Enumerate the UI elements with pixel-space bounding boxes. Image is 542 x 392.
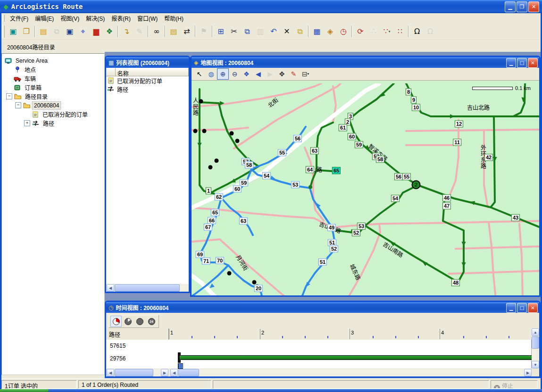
list-item-路径[interactable]: 路径 <box>106 85 189 93</box>
route-name-label[interactable]: 57615 <box>110 343 125 349</box>
new-folder-button[interactable]: ▤ <box>37 24 50 39</box>
globe-tool[interactable]: ◍ <box>205 68 217 80</box>
stop-marker[interactable]: 56 <box>394 173 403 180</box>
locations-button[interactable]: ⌖ <box>76 24 90 39</box>
tree-item-车辆[interactable]: 车辆 <box>2 74 104 83</box>
stop-marker[interactable]: 52 <box>352 229 360 237</box>
stop-marker[interactable]: 47 <box>442 203 451 210</box>
time-view-titlebar[interactable]: ◷ 时间视图 : 20060804 ▁ □ ✕ <box>106 302 539 313</box>
stop-marker[interactable]: 53 <box>357 223 366 230</box>
unlock-button[interactable]: Ω <box>424 24 437 39</box>
stop-marker[interactable]: 20 <box>254 285 263 292</box>
find-button[interactable]: ∞ <box>150 24 163 39</box>
time-routes-column-header[interactable]: 路径 <box>106 328 169 340</box>
table-view-button[interactable]: ▦ <box>310 24 324 39</box>
edit-import-button[interactable]: ✎ <box>133 24 146 39</box>
order-dot[interactable] <box>252 280 257 285</box>
print-tool[interactable]: ⊟▾ <box>300 68 311 80</box>
route-vehicle-marker[interactable]: 2 <box>412 180 421 189</box>
reassign-button[interactable]: ∷ <box>393 24 407 39</box>
menu-h[interactable]: 帮助(H) <box>161 14 187 24</box>
menu-v[interactable]: 视图(V) <box>57 14 83 24</box>
vehicles-button[interactable]: ▆ <box>90 24 103 39</box>
time-minimize-button[interactable]: ▁ <box>506 303 516 313</box>
paste-button[interactable]: ▥ <box>254 24 267 39</box>
pencil-tool[interactable]: ✎ <box>288 68 300 80</box>
flag-button[interactable]: ⚑ <box>197 24 210 39</box>
lock-button[interactable]: Ω <box>410 24 424 39</box>
order-dot[interactable] <box>230 131 234 136</box>
stop-marker[interactable]: 52 <box>330 245 338 253</box>
stop-marker[interactable]: 71 <box>202 258 210 265</box>
close-button[interactable]: ✕ <box>528 1 539 12</box>
zoom-out-tool[interactable]: ⊖ <box>229 68 241 80</box>
time-timeline-scrollbar[interactable]: ◀ ▶ <box>170 369 532 376</box>
stop-marker[interactable]: 67 <box>204 224 212 231</box>
time-window-plain-button[interactable] <box>134 316 145 327</box>
stop-marker[interactable]: 10 <box>412 104 420 111</box>
stop-marker[interactable]: 70 <box>216 257 224 264</box>
stop-marker[interactable]: 60 <box>348 133 356 140</box>
order-box-button[interactable]: ❖ <box>103 24 116 39</box>
time-vertical-scrollbar[interactable]: ▲ ▼ <box>532 328 539 368</box>
tree-item-路径目录[interactable]: −路径目录 <box>2 92 104 101</box>
order-dot[interactable] <box>202 129 207 133</box>
route-network-button[interactable]: ∴ <box>367 24 380 39</box>
order-dot[interactable] <box>227 271 232 276</box>
stop-marker[interactable]: 54 <box>391 195 400 202</box>
cut-button[interactable]: ✂ <box>227 24 241 39</box>
stop-marker[interactable]: 48 <box>451 279 460 286</box>
stop-marker[interactable]: 58 <box>245 162 253 169</box>
time-window-pie-button[interactable] <box>110 316 122 327</box>
stop-marker[interactable]: 63 <box>310 147 319 155</box>
stop-marker[interactable]: 42 <box>484 154 493 161</box>
tree-item-地点[interactable]: 地点 <box>2 65 104 74</box>
next-extent-tool[interactable]: ▶ <box>264 68 276 80</box>
import-orders-button[interactable]: ↴ <box>120 24 133 39</box>
collapse-icon[interactable]: − <box>6 93 12 99</box>
stop-marker[interactable]: 60 <box>233 186 242 193</box>
zoom-selected-tool[interactable]: ❖ <box>241 68 252 80</box>
map-close-button[interactable]: ✕ <box>528 58 538 68</box>
stop-marker[interactable]: 11 <box>453 139 461 146</box>
stop-marker[interactable]: 53 <box>291 181 300 188</box>
tree-item-20060804[interactable]: −20060804 <box>2 101 104 110</box>
stop-marker[interactable]: 55 <box>278 149 286 156</box>
pointer-tool[interactable]: ↖ <box>193 68 205 80</box>
stop-marker[interactable]: 59 <box>355 141 363 148</box>
stop-marker[interactable]: 65 <box>332 167 341 174</box>
menu-s[interactable]: 解决(S) <box>83 14 108 24</box>
stop-marker[interactable]: 66 <box>208 217 216 224</box>
stop-marker[interactable]: 9 <box>411 97 417 104</box>
stop-marker[interactable]: 54 <box>262 172 271 180</box>
tree-item-订单箱[interactable]: 订单箱 <box>2 83 104 92</box>
time-close-button[interactable]: ✕ <box>528 303 538 313</box>
list-item-已取消分配的订单[interactable]: 已取消分配的订单 <box>106 76 189 85</box>
minimize-button[interactable]: ▁ <box>505 1 516 12</box>
stop-marker[interactable]: 61 <box>339 124 347 131</box>
copy-button[interactable]: ⧉ <box>241 24 254 39</box>
stop-marker[interactable]: 43 <box>511 214 520 221</box>
tree-item-已取消分配的订单[interactable]: 已取消分配的订单 <box>2 110 104 119</box>
stop-marker[interactable]: 46 <box>442 195 451 202</box>
stop-marker[interactable]: 51 <box>318 259 327 266</box>
map-minimize-button[interactable]: ▁ <box>506 58 516 68</box>
stop-marker[interactable]: 62 <box>215 194 223 201</box>
stop-marker[interactable]: 8 <box>406 89 411 96</box>
build-routes-button[interactable]: ⟳ <box>354 24 367 39</box>
stop-marker[interactable]: 65 <box>211 209 219 216</box>
time-maximize-button[interactable]: □ <box>517 303 527 313</box>
map-view-titlebar[interactable]: ◈ 地图视图 : 20060804 ▁ □ ✕ <box>192 57 539 68</box>
stop-marker[interactable]: 69 <box>196 251 204 258</box>
route-time-bar[interactable] <box>179 355 532 360</box>
tree-item-路径[interactable]: +路径 <box>2 119 104 128</box>
resequence-button[interactable]: ∵▾ <box>380 24 393 39</box>
open-button[interactable]: ❐ <box>20 24 33 39</box>
time-left-scrollbar[interactable]: ◀ ▶ <box>106 369 169 376</box>
copy-to-folder-button[interactable]: ⧉ <box>293 24 307 39</box>
undo-button[interactable]: ↶ <box>267 24 280 39</box>
route-build-button[interactable]: ⇄ <box>180 24 193 39</box>
stop-marker[interactable]: 55 <box>402 173 411 180</box>
order-dot[interactable] <box>208 165 213 170</box>
list-horizontal-scrollbar[interactable]: ◀ <box>106 284 189 292</box>
